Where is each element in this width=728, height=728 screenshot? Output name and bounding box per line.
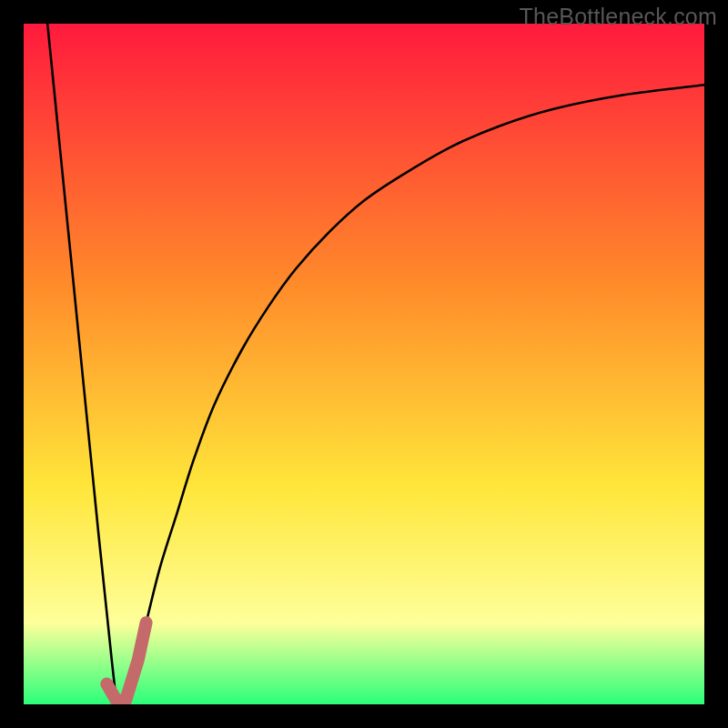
plot-area xyxy=(24,24,704,704)
gradient-background xyxy=(24,24,704,704)
watermark-text: TheBottleneck.com xyxy=(520,4,717,30)
chart-svg xyxy=(24,24,704,704)
chart-frame: TheBottleneck.com xyxy=(0,0,728,728)
